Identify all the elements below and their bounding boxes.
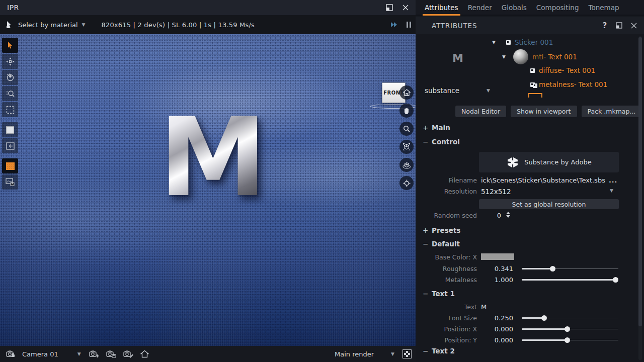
- position-x-value[interactable]: 0.000: [481, 325, 513, 333]
- tree-item-metalness[interactable]: metalness - Text 001: [530, 80, 607, 88]
- roughness-slider[interactable]: [522, 268, 618, 270]
- close-window-icon[interactable]: [401, 4, 410, 12]
- text-label: Text: [416, 303, 477, 311]
- magnifier-icon: [403, 125, 410, 132]
- metalness-value[interactable]: 1.000: [481, 276, 513, 284]
- application-window: IPR Select by material ▼ 820x6: [0, 0, 644, 362]
- nodal-editor-button[interactable]: Nodal Editor: [455, 106, 506, 117]
- roughness-value[interactable]: 0.341: [481, 265, 513, 273]
- panel-arrow-icon: [6, 142, 15, 150]
- font-size-value[interactable]: 0.250: [481, 314, 513, 322]
- close-panel-icon[interactable]: [631, 23, 637, 29]
- frame-all-button[interactable]: [399, 158, 414, 172]
- panel-scrollbar[interactable]: [638, 36, 642, 360]
- restore-window-icon[interactable]: [385, 4, 393, 12]
- tab-render[interactable]: Render: [468, 0, 492, 15]
- show-in-viewport-button[interactable]: Show in viewport: [511, 106, 577, 117]
- move-tool-button[interactable]: [2, 54, 18, 69]
- step-up-icon[interactable]: [506, 212, 510, 214]
- tab-attributes[interactable]: Attributes: [425, 0, 458, 15]
- panel-tabbar: Attributes Render Globals Compositing To…: [416, 0, 644, 16]
- section-text2[interactable]: − Text 2: [423, 347, 455, 355]
- marquee-select-tool-button[interactable]: [2, 102, 18, 117]
- slider-handle[interactable]: [613, 277, 618, 283]
- save-image-button[interactable]: [2, 174, 18, 190]
- tab-globals[interactable]: Globals: [502, 0, 527, 15]
- edit-camera-icon[interactable]: [123, 350, 133, 358]
- tree-item-sticker[interactable]: ▼ Sticker 001: [492, 38, 553, 46]
- position-y-row: Position: Y 0.000: [416, 336, 632, 344]
- region-render-button[interactable]: [2, 122, 18, 137]
- metalness-label: Metalness: [416, 276, 477, 284]
- browse-file-button[interactable]: ...: [609, 176, 617, 184]
- tree-item-label: - Text 001: [543, 53, 577, 61]
- chevron-down-icon: ▼: [487, 88, 490, 93]
- help-icon[interactable]: ?: [602, 21, 607, 30]
- alpha-checker-button[interactable]: [403, 349, 412, 358]
- substance-preview-thumb[interactable]: M: [449, 51, 467, 65]
- tab-compositing[interactable]: Compositing: [536, 0, 579, 15]
- metalness-slider[interactable]: [522, 279, 618, 281]
- base-color-swatch[interactable]: [481, 253, 514, 260]
- render-target-dropdown[interactable]: Main render ▼: [335, 350, 394, 358]
- substance-by-adobe-button[interactable]: Substance by Adobe: [479, 152, 619, 172]
- set-global-resolution-button[interactable]: Set as global resolution: [479, 199, 619, 209]
- filename-value[interactable]: ick\Scenes\Sticker\Substance\Text.sbsar: [481, 176, 605, 184]
- pan-tool-button[interactable]: [399, 104, 414, 118]
- resolution-value[interactable]: 512x512: [481, 188, 511, 196]
- random-seed-label: Random seed: [416, 212, 477, 219]
- save-camera-icon[interactable]: [106, 350, 116, 358]
- zoom-tool-button[interactable]: [399, 122, 414, 136]
- add-camera-icon[interactable]: [89, 350, 99, 358]
- tab-tonemap[interactable]: Tonemap: [588, 0, 619, 15]
- focus-target-button[interactable]: [399, 176, 414, 190]
- tree-item-mtl[interactable]: ▼ mtl - Text 001: [502, 49, 577, 64]
- chevron-down-icon[interactable]: ▼: [610, 188, 613, 193]
- home-view-button[interactable]: [399, 85, 414, 100]
- pause-icon[interactable]: [406, 21, 412, 28]
- tree-expand-icon[interactable]: ▼: [492, 40, 499, 45]
- font-size-label: Font Size: [416, 314, 477, 322]
- step-down-icon[interactable]: [506, 215, 510, 218]
- orbit-tool-button[interactable]: [2, 70, 18, 85]
- font-size-slider[interactable]: [522, 317, 618, 319]
- render-viewport[interactable]: M FRONT: [0, 34, 416, 346]
- section-text1[interactable]: − Text 1: [423, 290, 455, 298]
- position-y-value[interactable]: 0.000: [481, 336, 513, 344]
- home-camera-icon[interactable]: [140, 350, 149, 358]
- section-presets[interactable]: + Presets: [423, 226, 460, 234]
- camera-selector[interactable]: Camera 01 ▼: [0, 350, 81, 358]
- slider-handle[interactable]: [550, 266, 555, 272]
- scrollbar-thumb[interactable]: [638, 37, 642, 326]
- tree-expand-icon[interactable]: ▼: [502, 54, 509, 59]
- seed-stepper[interactable]: [506, 212, 510, 218]
- node-type-dropdown[interactable]: substance ▼: [425, 86, 490, 95]
- section-main[interactable]: + Main: [423, 124, 450, 132]
- slider-handle[interactable]: [565, 337, 570, 343]
- step-forward-icon[interactable]: [390, 21, 398, 28]
- text-value[interactable]: M: [481, 303, 487, 311]
- section-default[interactable]: − Default: [423, 240, 460, 248]
- pack-mkmap-button[interactable]: Pack .mkmap...: [582, 106, 642, 117]
- texture-view-button[interactable]: [2, 158, 18, 173]
- section-control[interactable]: − Control: [423, 138, 460, 146]
- chevron-down-icon: ▼: [391, 351, 394, 356]
- tree-item-diffuse[interactable]: diffuse - Text 001: [530, 66, 595, 74]
- collapse-icon: −: [423, 240, 432, 248]
- random-seed-value[interactable]: 0: [481, 212, 501, 219]
- slider-handle[interactable]: [541, 315, 547, 321]
- slider-handle[interactable]: [565, 326, 570, 332]
- base-color-label: Base Color: X: [416, 253, 477, 261]
- select-mode-dropdown[interactable]: Select by material ▼: [0, 20, 91, 29]
- dock-panel-button[interactable]: [2, 138, 18, 153]
- select-mode-label: Select by material: [18, 21, 78, 29]
- frame-object-button[interactable]: [399, 140, 414, 154]
- undock-panel-icon[interactable]: [616, 22, 622, 29]
- select-tool-button[interactable]: [2, 38, 18, 53]
- target-icon: [403, 179, 411, 187]
- zoom-region-tool-button[interactable]: [2, 86, 18, 101]
- position-y-slider[interactable]: [522, 339, 618, 341]
- camera-lock-icon: [6, 350, 16, 358]
- chevron-down-icon: ▼: [82, 22, 86, 27]
- position-x-slider[interactable]: [522, 328, 618, 330]
